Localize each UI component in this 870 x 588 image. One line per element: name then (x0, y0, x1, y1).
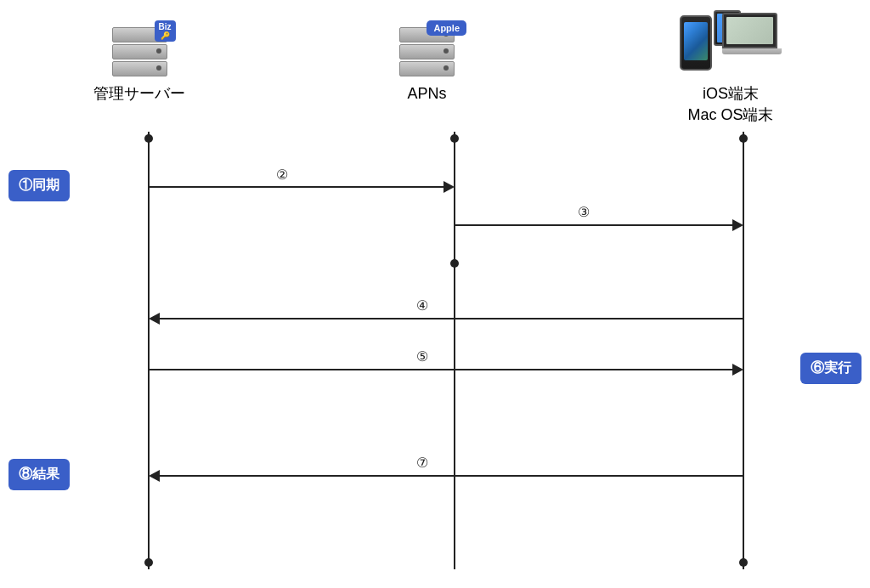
device-label: iOS端末 Mac OS端末 (687, 83, 773, 126)
actor-server: Biz 🔑 管理サーバー (93, 0, 185, 105)
step8-label: ⑧結果 (8, 459, 70, 490)
step2-label: ② (276, 167, 288, 183)
step6-label: ⑥実行 (800, 353, 862, 384)
server-icon: Biz 🔑 (112, 0, 167, 76)
svg-marker-18 (149, 470, 160, 482)
step3-label: ③ (578, 204, 590, 220)
step5-label: ⑤ (416, 348, 428, 365)
step1-label: ①同期 (8, 170, 70, 201)
svg-point-5 (739, 134, 748, 143)
apple-badge: Apple (427, 20, 466, 36)
svg-marker-14 (149, 313, 160, 325)
step7-label: ⑦ (416, 455, 428, 471)
svg-point-7 (739, 558, 748, 567)
svg-point-3 (144, 134, 153, 143)
svg-marker-16 (732, 364, 743, 376)
actor-apns: Apple APNs (399, 0, 455, 105)
svg-point-6 (144, 558, 153, 567)
apns-icon: Apple (399, 0, 455, 76)
svg-marker-12 (732, 219, 743, 231)
svg-point-4 (450, 134, 459, 143)
step4-label: ④ (416, 297, 428, 314)
actor-device: iOS端末 Mac OS端末 (680, 0, 782, 126)
server-label: 管理サーバー (93, 83, 185, 105)
svg-marker-10 (443, 181, 455, 193)
svg-point-8 (450, 259, 459, 268)
device-icon (680, 0, 782, 76)
diagram-container: Biz 🔑 管理サーバー Apple APNs (0, 0, 870, 588)
apns-label: APNs (407, 83, 446, 105)
biz-badge: Biz 🔑 (155, 20, 176, 42)
